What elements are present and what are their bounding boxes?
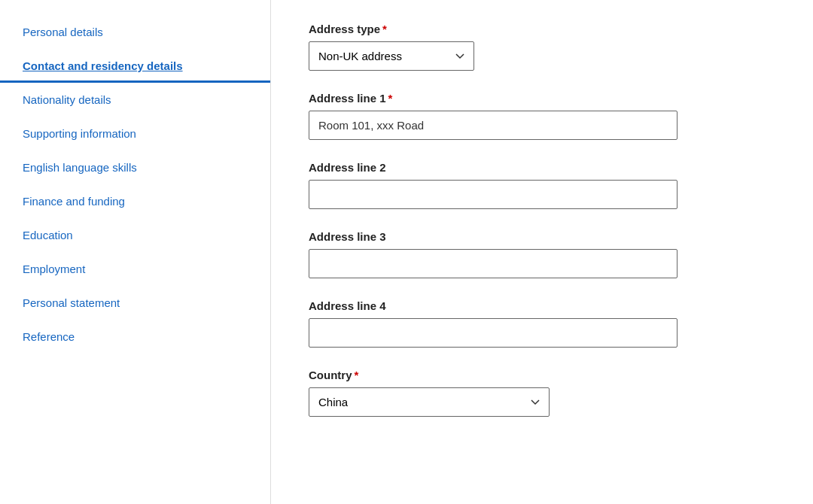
sidebar-item-reference[interactable]: Reference bbox=[0, 320, 270, 354]
address-line2-label: Address line 2 bbox=[309, 161, 775, 174]
sidebar-item-personal-details[interactable]: Personal details bbox=[0, 15, 270, 49]
country-select[interactable]: China United Kingdom United States Other bbox=[309, 387, 550, 417]
sidebar-item-nationality-details[interactable]: Nationality details bbox=[0, 83, 270, 117]
sidebar-item-finance-funding[interactable]: Finance and funding bbox=[0, 184, 270, 218]
address-line4-label: Address line 4 bbox=[309, 299, 775, 312]
country-label: Country* bbox=[309, 369, 775, 381]
address-line1-input[interactable] bbox=[309, 111, 678, 140]
country-group: Country* China United Kingdom United Sta… bbox=[309, 369, 775, 417]
address-line3-group: Address line 3 bbox=[309, 230, 775, 278]
sidebar-item-supporting-information[interactable]: Supporting information bbox=[0, 117, 270, 150]
required-star-line1: * bbox=[388, 92, 393, 105]
required-star-country: * bbox=[355, 369, 359, 381]
sidebar: Personal details Contact and residency d… bbox=[0, 0, 271, 504]
sidebar-item-personal-statement[interactable]: Personal statement bbox=[0, 286, 270, 320]
address-line1-label: Address line 1* bbox=[309, 92, 775, 105]
sidebar-item-employment[interactable]: Employment bbox=[0, 252, 270, 286]
sidebar-item-education[interactable]: Education bbox=[0, 218, 270, 252]
sidebar-item-english-language[interactable]: English language skills bbox=[0, 150, 270, 184]
address-line2-input[interactable] bbox=[309, 180, 678, 209]
address-line3-label: Address line 3 bbox=[309, 230, 775, 243]
main-content: Address type* Non-UK address UK address … bbox=[271, 0, 813, 504]
address-line3-input[interactable] bbox=[309, 249, 678, 278]
address-line2-group: Address line 2 bbox=[309, 161, 775, 209]
address-line4-group: Address line 4 bbox=[309, 299, 775, 348]
address-type-label: Address type* bbox=[309, 23, 775, 35]
address-line1-group: Address line 1* bbox=[309, 92, 775, 140]
address-type-group: Address type* Non-UK address UK address bbox=[309, 23, 775, 71]
address-type-select[interactable]: Non-UK address UK address bbox=[309, 41, 474, 71]
required-star-address-type: * bbox=[382, 23, 387, 35]
sidebar-item-contact-residency[interactable]: Contact and residency details bbox=[0, 49, 270, 83]
address-line4-input[interactable] bbox=[309, 318, 678, 348]
